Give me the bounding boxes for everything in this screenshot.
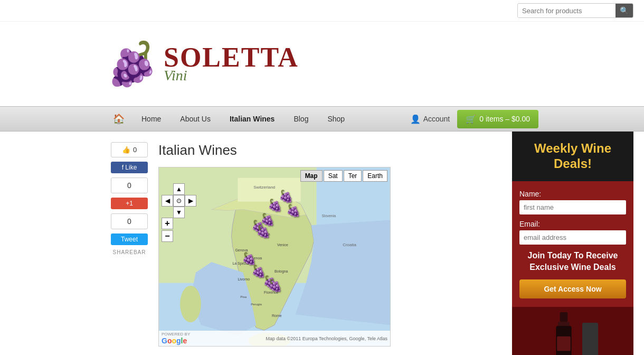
map-type-map[interactable]: Map xyxy=(300,170,323,182)
nav-item-italian-wines[interactable]: Italian Wines xyxy=(220,108,284,129)
grape-marker-3[interactable]: 🍇 xyxy=(286,204,300,218)
svg-text:Venice: Venice xyxy=(277,243,288,247)
join-text: Join Today To Receive Exclusive Wine Dea… xyxy=(519,250,626,274)
nav-item-about[interactable]: About Us xyxy=(171,108,220,129)
g-letter: G xyxy=(162,337,167,345)
nav-account[interactable]: 👤 Account xyxy=(403,108,458,130)
powered-by: POWERED BY Google xyxy=(162,332,190,345)
like-count: 0 xyxy=(133,146,137,154)
grape-marker-6[interactable]: 🍇 xyxy=(256,225,270,239)
top-bar: 🔍 xyxy=(0,0,644,22)
gplus-count-box: 0 xyxy=(111,213,148,229)
wine-image-area xyxy=(512,307,633,355)
share-count-box: 0 xyxy=(111,178,148,193)
map-nav-row: ◀ ⊙ ▶ xyxy=(162,195,196,207)
facebook-like-button[interactable]: f Like xyxy=(111,162,148,173)
wine-bottle-svg xyxy=(548,312,580,355)
nav-item-shop[interactable]: Shop xyxy=(318,108,354,129)
name-input[interactable] xyxy=(519,200,626,214)
map-nav-center[interactable]: ⊙ xyxy=(173,195,185,207)
tweet-button[interactable]: Tweet xyxy=(111,233,148,245)
map-nav-up[interactable]: ▲ xyxy=(173,183,185,195)
g-letter-2: g xyxy=(176,337,181,345)
map-nav: ▲ ◀ ⊙ ▶ ▼ xyxy=(162,183,196,218)
cart-button[interactable]: 🛒 0 items – $0.00 xyxy=(457,110,538,128)
map-nav-down[interactable]: ▼ xyxy=(173,207,185,218)
sidebar-share: 👍 0 f Like 0 +1 0 Tweet SHAREBAR xyxy=(106,132,153,355)
logo-grape-icon: 🍇 xyxy=(106,43,158,85)
svg-text:Pisa: Pisa xyxy=(240,295,247,298)
cart-icon: 🛒 xyxy=(466,114,476,124)
account-label: Account xyxy=(423,115,450,123)
fb-like-label: Like xyxy=(125,164,137,171)
map-type-sat[interactable]: Sat xyxy=(324,170,343,182)
thumb-up-icon: 👍 xyxy=(122,146,130,154)
page-content: Italian Wines xyxy=(153,132,512,355)
svg-text:Livorno: Livorno xyxy=(238,277,250,281)
svg-rect-25 xyxy=(558,322,570,326)
main-nav: 🏠 Home About Us Italian Wines Blog Shop … xyxy=(0,106,644,132)
svg-rect-24 xyxy=(560,312,567,322)
right-sidebar: Weekly Wine Deals! Name: Email: Join Tod… xyxy=(512,132,633,355)
grape-marker-7[interactable]: 🍇 xyxy=(242,252,256,266)
name-label: Name: xyxy=(519,190,626,198)
logo-area: 🍇 SOLETTA Vini xyxy=(0,22,644,106)
svg-rect-27 xyxy=(557,337,571,351)
nav-home-icon[interactable]: 🏠 xyxy=(106,107,132,131)
svg-text:Bologna: Bologna xyxy=(274,269,288,274)
svg-text:Croatia: Croatia xyxy=(343,242,356,247)
map-type-ter[interactable]: Ter xyxy=(344,170,362,182)
powered-by-label: POWERED BY xyxy=(162,332,190,337)
google-logo: Google xyxy=(162,337,190,345)
google-plus-button[interactable]: +1 xyxy=(111,198,148,209)
weekly-deals-box: Weekly Wine Deals! Name: Email: Join Tod… xyxy=(512,132,633,355)
search-wrapper: 🔍 xyxy=(517,3,633,18)
svg-text:Perugia: Perugia xyxy=(251,303,262,306)
grape-marker-10[interactable]: 🍇 xyxy=(268,279,282,293)
account-icon: 👤 xyxy=(410,114,421,124)
nav-item-home[interactable]: Home xyxy=(132,108,171,129)
svg-point-9 xyxy=(180,286,201,323)
map-footer-text: Map data ©2011 Europa Technologies, Goog… xyxy=(266,336,387,341)
weekly-deals-line2: Deals! xyxy=(554,156,592,171)
fb-icon: f xyxy=(122,164,124,171)
svg-text:Switzerland: Switzerland xyxy=(253,185,275,190)
get-access-button[interactable]: Get Access Now xyxy=(519,279,626,298)
weekly-deals-header: Weekly Wine Deals! xyxy=(512,132,633,181)
svg-text:Rome: Rome xyxy=(272,314,282,317)
wine-glass-shape xyxy=(582,323,598,355)
email-input[interactable] xyxy=(519,230,626,245)
share-like-box: 👍 0 xyxy=(111,142,148,157)
page-title: Italian Wines xyxy=(158,142,501,158)
logo-text-group: SOLETTA Vini xyxy=(164,44,299,84)
sharebar-label: SHAREBAR xyxy=(112,249,146,255)
map-footer: POWERED BY Google Map data ©2011 Europa … xyxy=(159,331,390,346)
weekly-deals-form: Name: Email: Join Today To Receive Exclu… xyxy=(512,181,633,307)
o-letter-2: o xyxy=(172,337,176,345)
weekly-deals-line1: Weekly Wine xyxy=(534,141,611,155)
map-type-earth[interactable]: Earth xyxy=(363,170,387,182)
map-nav-right[interactable]: ▶ xyxy=(185,195,196,207)
email-label: Email: xyxy=(519,220,626,228)
nav-item-blog[interactable]: Blog xyxy=(284,108,318,129)
grape-marker-2[interactable]: 🍇 xyxy=(279,190,293,203)
e-letter: e xyxy=(183,337,187,345)
main-content: 👍 0 f Like 0 +1 0 Tweet SHAREBAR Italian… xyxy=(0,132,644,355)
cart-label: 0 items – $0.00 xyxy=(479,115,530,123)
map-container: Milan Venice Genoa Bologna Florence Rome… xyxy=(158,167,391,347)
map-nav-left[interactable]: ◀ xyxy=(162,195,173,207)
search-input[interactable] xyxy=(518,4,615,17)
map-zoom-out[interactable]: − xyxy=(162,230,173,242)
svg-text:Slovenia: Slovenia xyxy=(321,214,336,218)
map-zoom: + − xyxy=(162,218,173,243)
search-button[interactable]: 🔍 xyxy=(615,4,633,17)
map-controls: Map Sat Ter Earth xyxy=(300,170,387,182)
map-zoom-in[interactable]: + xyxy=(162,218,173,229)
